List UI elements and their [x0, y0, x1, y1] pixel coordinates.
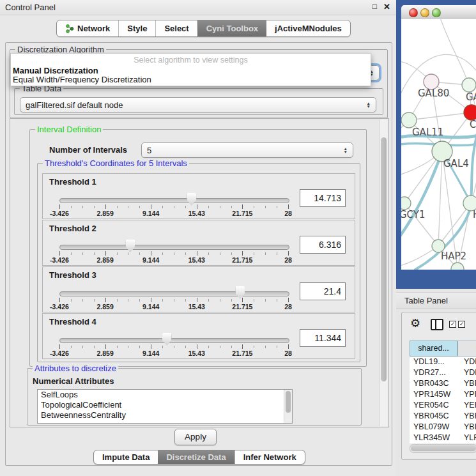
- scrollbar-thumb[interactable]: [286, 391, 291, 413]
- threshold-value-field[interactable]: 6.316: [300, 236, 346, 254]
- slider-tick: [254, 346, 254, 348]
- tab-style[interactable]: Style: [118, 20, 155, 36]
- slider-scale-label: -3.426: [50, 303, 69, 311]
- table-row[interactable]: YER054CYER0: [410, 400, 476, 411]
- table-row[interactable]: YBR045CYBR0: [410, 411, 476, 422]
- table-row[interactable]: YLR345WYLR3: [410, 433, 476, 443]
- slider-tick: [105, 251, 106, 256]
- cell-shared-name[interactable]: YPR145W: [410, 389, 457, 400]
- tab-infer-network[interactable]: Infer Network: [234, 450, 305, 464]
- slider-tick: [105, 344, 106, 349]
- network-nodes[interactable]: [401, 74, 476, 270]
- interval-definition-group: Interval Definition Number of Intervals …: [29, 129, 367, 367]
- slider-tick: [151, 204, 151, 209]
- close-traffic-light-icon[interactable]: [409, 8, 418, 17]
- cell-shared-name[interactable]: YBR043C: [410, 378, 457, 389]
- network-canvas[interactable]: GAL80 GA C GAL11 GAL4 GCY1 H HAP2: [401, 19, 476, 270]
- tab-cyni-toolbox[interactable]: Cyni Toolbox: [197, 20, 266, 36]
- tab-jactivemnodules[interactable]: jActiveMNodules: [266, 20, 350, 36]
- slider-scale-label: 2.859: [96, 256, 113, 264]
- slider-scale-label: 2.859: [96, 210, 113, 217]
- threshold-value-field[interactable]: 11.344: [300, 329, 346, 347]
- popup-option-equal-width[interactable]: Equal Width/Frequency Discretization: [13, 75, 151, 84]
- tab-select[interactable]: Select: [155, 20, 197, 36]
- cell-name[interactable]: YBR0: [457, 411, 476, 422]
- table-data-combobox[interactable]: galFiltered.sif default node ▲▼: [20, 97, 376, 112]
- tab-impute-data[interactable]: Impute Data: [94, 450, 158, 464]
- minimize-traffic-light-icon[interactable]: [420, 8, 429, 17]
- slider-track[interactable]: [59, 245, 289, 250]
- slider-thumb[interactable]: [162, 333, 172, 346]
- checkbox-icon[interactable]: ✓: [449, 321, 456, 328]
- cell-shared-name[interactable]: YBR045C: [410, 411, 457, 422]
- slider-tick: [265, 346, 266, 348]
- split-columns-icon[interactable]: [431, 319, 443, 330]
- attribute-item[interactable]: BetweennessCentrality: [38, 410, 292, 420]
- cell-name[interactable]: YBR0: [457, 378, 476, 389]
- slider-scale-label: 9.144: [142, 256, 159, 264]
- slider-track[interactable]: [59, 291, 289, 296]
- cell-name[interactable]: YDL1: [457, 357, 476, 367]
- attribute-item[interactable]: TopologicalCoefficient: [38, 400, 292, 410]
- scrollbar-thumb[interactable]: [381, 137, 387, 381]
- gear-icon[interactable]: ⚙: [410, 316, 420, 330]
- slider-track[interactable]: [59, 198, 289, 203]
- table-row[interactable]: YBL079WYBL0: [410, 422, 476, 433]
- zoom-traffic-light-icon[interactable]: [432, 8, 441, 17]
- slider-thumb[interactable]: [235, 286, 245, 299]
- list-vertical-scrollbar[interactable]: [284, 390, 292, 423]
- slider-tick: [71, 206, 72, 208]
- threshold-value-field[interactable]: 21.4: [300, 282, 346, 300]
- cell-shared-name[interactable]: YLR345W: [410, 433, 457, 443]
- slider-thumb[interactable]: [125, 240, 135, 252]
- slider-scale-label: 28: [284, 210, 292, 217]
- scrollbar-thumb[interactable]: [411, 445, 476, 451]
- column-header-name[interactable]: n...: [457, 341, 476, 357]
- number-of-intervals-combobox[interactable]: 5 ▲▼: [141, 142, 353, 158]
- slider-tick: [265, 299, 266, 302]
- cell-name[interactable]: YBL0: [457, 422, 476, 433]
- attribute-item[interactable]: SelfLoops: [38, 390, 292, 400]
- tab-discretize-data[interactable]: Discretize Data: [158, 450, 234, 464]
- cell-shared-name[interactable]: YDL19...: [410, 357, 457, 367]
- application-window: Control Panel □ ✕ Network Style Select C…: [0, 0, 476, 476]
- column-header-shared-name[interactable]: shared...: [410, 341, 457, 357]
- tab-label: Network: [77, 24, 110, 33]
- apply-button[interactable]: Apply: [174, 429, 217, 445]
- numerical-attributes-list[interactable]: SelfLoopsTopologicalCoefficientBetweenne…: [37, 389, 293, 424]
- checkbox-icon[interactable]: ✓: [458, 321, 465, 328]
- horizontal-scrollbar[interactable]: [410, 444, 476, 453]
- slider-tick: [105, 298, 106, 302]
- node-label-hap2: HAP2: [441, 250, 466, 262]
- popup-option-manual-discretization[interactable]: Manual Discretization: [13, 66, 98, 75]
- float-window-icon[interactable]: □: [372, 2, 377, 11]
- node-label-gal4: GAL4: [443, 158, 469, 169]
- threshold-value-field[interactable]: 14.713: [300, 189, 346, 207]
- cell-shared-name[interactable]: YBL079W: [410, 422, 457, 433]
- slider-tick: [151, 251, 151, 256]
- table-row[interactable]: YPR145WYPR1: [410, 389, 476, 400]
- table-row[interactable]: YBR043CYBR0: [410, 378, 476, 389]
- slider-scale-label: 28: [284, 303, 292, 311]
- slider-tick: [94, 346, 95, 348]
- cell-name[interactable]: YPR1: [457, 389, 476, 400]
- cell-shared-name[interactable]: YDR27...: [410, 367, 457, 378]
- vertical-scrollbar[interactable]: [379, 119, 388, 426]
- network-window-titlebar[interactable]: [401, 5, 476, 20]
- slider-thumb[interactable]: [187, 193, 196, 206]
- slider-tick: [71, 252, 72, 255]
- slider-tick: [82, 346, 83, 348]
- close-icon[interactable]: ✕: [383, 2, 390, 12]
- tab-network[interactable]: Network: [57, 20, 118, 36]
- cell-name[interactable]: YER0: [457, 400, 476, 411]
- cell-name[interactable]: YDR2: [457, 367, 476, 378]
- table-row[interactable]: YDR27...YDR2: [410, 367, 476, 378]
- slider-tick: [254, 206, 254, 208]
- slider-track[interactable]: [59, 338, 289, 343]
- table-row[interactable]: YDL19...YDL1: [410, 357, 476, 367]
- cell-shared-name[interactable]: YER054C: [410, 400, 457, 411]
- network-icon: [65, 24, 74, 33]
- slider-tick: [185, 299, 186, 302]
- group-title: Attributes to discretize: [33, 364, 118, 373]
- cell-name[interactable]: YLR3: [457, 433, 476, 443]
